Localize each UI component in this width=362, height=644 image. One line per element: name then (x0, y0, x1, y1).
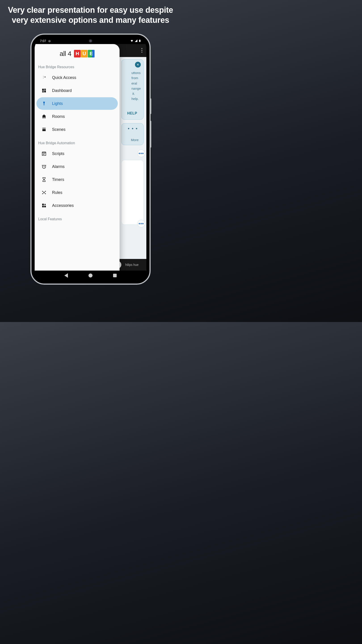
nav-back-button[interactable] (64, 273, 68, 278)
menu-label: Quick Access (52, 75, 76, 80)
svg-rect-7 (42, 152, 46, 153)
menu-accessories[interactable]: Accessories (36, 199, 118, 212)
more-card: • • • More (121, 123, 144, 145)
menu-scenes[interactable]: Scenes (36, 123, 118, 136)
logo-letter-h: H (74, 50, 81, 58)
menu-label: Rules (52, 190, 62, 195)
svg-rect-5 (42, 91, 44, 92)
timers-icon (41, 177, 47, 182)
card-menu-button[interactable]: ••• (137, 220, 145, 228)
wifi-icon (130, 39, 134, 43)
nav-recents-button[interactable] (113, 274, 117, 277)
rules-icon (41, 190, 47, 195)
section-resources: Hue Bridge Resources (35, 63, 120, 71)
app-logo: all 4 H U E (35, 44, 120, 63)
menu-label: Alarms (52, 164, 64, 169)
menu-rooms[interactable]: Rooms (36, 110, 118, 123)
section-automation: Hue Bridge Automation (35, 139, 120, 147)
scenes-icon (41, 127, 47, 132)
logo-prefix: all 4 (60, 50, 71, 58)
menu-label: Rooms (52, 114, 65, 119)
menu-label: Scenes (52, 127, 65, 132)
menu-rules[interactable]: Rules (36, 186, 118, 199)
svg-rect-1 (139, 39, 140, 40)
marketing-headline: Very clear presentation for easy use des… (3, 5, 178, 25)
svg-rect-18 (44, 206, 46, 207)
menu-alarms[interactable]: Alarms (36, 160, 118, 173)
svg-rect-4 (44, 90, 46, 92)
footer-label: hilips hue (125, 263, 139, 266)
phone-side-button (150, 121, 151, 148)
lights-icon (41, 101, 47, 106)
menu-label: Dashboard (52, 88, 72, 93)
menu-label: Accessories (52, 203, 74, 208)
accessories-icon (41, 203, 47, 208)
logo-letter-u: U (81, 50, 88, 58)
android-nav-bar (35, 270, 146, 280)
logo-letter-e: E (88, 50, 94, 58)
rooms-icon (41, 114, 47, 119)
menu-lights[interactable]: Lights (36, 97, 118, 110)
menu-label: Timers (52, 177, 64, 182)
menu-dashboard[interactable]: Dashboard (36, 84, 118, 97)
svg-rect-16 (42, 204, 44, 205)
quick-access-icon (41, 75, 47, 80)
status-time: 7:07 (40, 39, 46, 43)
info-card-text: uttons from eral nange it. help. (131, 70, 141, 102)
menu-scripts[interactable]: Scripts (36, 147, 118, 160)
dashboard-icon (41, 88, 47, 93)
content-card (121, 160, 144, 225)
nav-home-button[interactable] (88, 274, 92, 278)
svg-rect-3 (44, 89, 46, 90)
signal-icon (134, 39, 138, 43)
overflow-menu-button[interactable] (141, 48, 142, 52)
phone-mockup: 7:07 ⊖ ✕ uttons from eral nange it. help… (30, 34, 151, 285)
section-local: Local Features (35, 215, 120, 223)
battery-icon (139, 39, 141, 43)
more-link[interactable]: More (131, 138, 139, 142)
menu-label: Lights (52, 101, 63, 106)
svg-rect-17 (42, 206, 44, 207)
dnd-icon: ⊖ (48, 39, 51, 43)
alarms-icon (41, 164, 47, 169)
svg-rect-9 (43, 154, 44, 155)
close-icon[interactable]: ✕ (135, 62, 141, 68)
svg-rect-8 (43, 154, 45, 154)
card-menu-button[interactable]: ••• (137, 150, 145, 157)
phone-side-button (150, 98, 151, 114)
camera-notch (89, 39, 92, 43)
menu-quick-access[interactable]: Quick Access (36, 71, 118, 84)
navigation-drawer: all 4 H U E Hue Bridge Resources Quick A… (35, 44, 120, 270)
menu-timers[interactable]: Timers (36, 173, 118, 186)
svg-rect-2 (42, 89, 44, 91)
ellipsis-icon: • • • (128, 126, 138, 132)
svg-rect-0 (139, 40, 140, 42)
menu-label: Scripts (52, 152, 64, 156)
info-card: ✕ uttons from eral nange it. help. HELP (121, 59, 144, 120)
scripts-icon (41, 151, 47, 156)
help-link[interactable]: HELP (127, 111, 137, 116)
